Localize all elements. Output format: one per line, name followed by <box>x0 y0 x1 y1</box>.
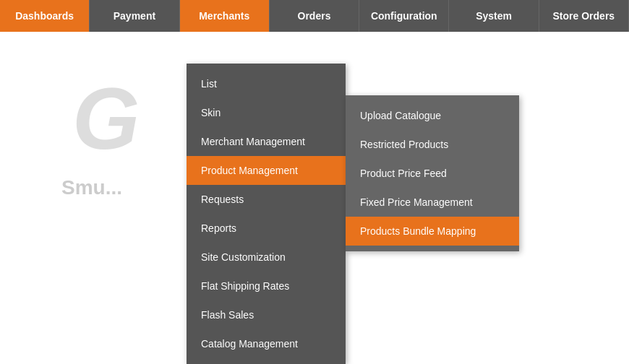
primary-dropdown-item-flat-shipping-rates[interactable]: Flat Shipping Rates <box>187 272 346 300</box>
nav-item-system[interactable]: System <box>449 0 539 32</box>
nav-item-orders[interactable]: Orders <box>270 0 359 32</box>
nav-item-configuration[interactable]: Configuration <box>359 0 449 32</box>
secondary-dropdown-item-product-price-feed[interactable]: Product Price Feed <box>346 159 519 188</box>
nav-item-merchants[interactable]: Merchants <box>180 0 270 32</box>
primary-dropdown-item-requests[interactable]: Requests <box>187 185 346 214</box>
primary-dropdown: ListSkinMerchant ManagementProduct Manag… <box>187 64 346 364</box>
nav-item-dashboards[interactable]: Dashboards <box>0 0 90 32</box>
primary-dropdown-item-merchant-management[interactable]: Merchant Management <box>187 127 346 156</box>
secondary-dropdown-item-fixed-price-management[interactable]: Fixed Price Management <box>346 188 519 217</box>
nav-item-payment[interactable]: Payment <box>90 0 179 32</box>
primary-dropdown-item-catalog-management[interactable]: Catalog Management <box>187 329 346 358</box>
secondary-dropdown-item-products-bundle-mapping[interactable]: Products Bundle Mapping <box>346 217 519 246</box>
primary-dropdown-item-list[interactable]: List <box>187 69 346 98</box>
secondary-dropdown: Upload CatalogueRestricted ProductsProdu… <box>346 95 519 251</box>
primary-dropdown-item-skin[interactable]: Skin <box>187 98 346 127</box>
primary-dropdown-item-product-management[interactable]: Product Management <box>187 156 346 185</box>
secondary-dropdown-item-upload-catalogue[interactable]: Upload Catalogue <box>346 101 519 130</box>
primary-dropdown-item-site-customization[interactable]: Site Customization <box>187 243 346 272</box>
secondary-dropdown-item-restricted-products[interactable]: Restricted Products <box>346 130 519 159</box>
primary-dropdown-item-flash-sales[interactable]: Flash Sales <box>187 300 346 329</box>
content-area: G Smu... ListSkinMerchant ManagementProd… <box>0 32 629 364</box>
background-logo: G <box>72 75 140 162</box>
nav-item-store-orders[interactable]: Store Orders <box>539 0 629 32</box>
dropdown-container: ListSkinMerchant ManagementProduct Manag… <box>187 64 519 364</box>
top-navigation: DashboardsPaymentMerchantsOrdersConfigur… <box>0 0 629 32</box>
primary-dropdown-item-reports[interactable]: Reports <box>187 214 346 243</box>
background-text: Smu... <box>61 176 122 199</box>
